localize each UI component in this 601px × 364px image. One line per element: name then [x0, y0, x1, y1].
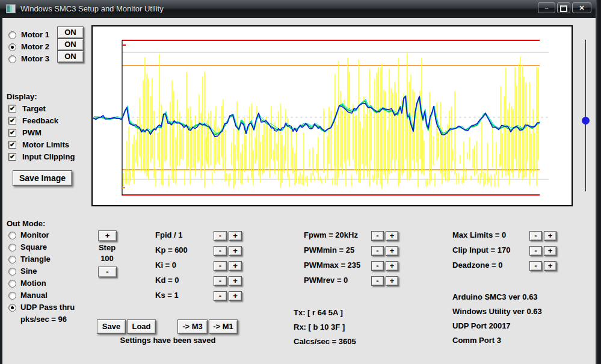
out-mode-monitor-label: Monitor — [20, 230, 49, 239]
pwmmax-plus-button[interactable]: + — [386, 261, 398, 271]
out-mode-triangle-radio[interactable] — [8, 256, 16, 264]
deadzone-plus-button[interactable]: + — [544, 261, 556, 271]
max-limits-minus-button[interactable]: - — [529, 231, 542, 241]
out-mode-monitor-radio[interactable] — [8, 232, 16, 239]
max-limits-plus-button[interactable]: + — [544, 231, 556, 241]
motor-3-radio[interactable] — [8, 55, 16, 63]
scope-chart — [93, 26, 572, 205]
pwm-checkbox[interactable] — [8, 129, 16, 137]
to-m1-button[interactable]: -> M1 — [209, 319, 238, 334]
pwmmax-minus-button[interactable]: - — [371, 261, 384, 271]
pwmrev-minus-button[interactable]: - — [371, 276, 384, 286]
deadzone-minus-button[interactable]: - — [529, 261, 542, 271]
kd-label: Kd = 0 — [155, 276, 179, 285]
ks-label: Ks = 1 — [155, 291, 179, 300]
maximize-button[interactable] — [557, 2, 570, 13]
motor-1-on-button[interactable]: ON — [57, 26, 84, 39]
maximize-icon — [560, 5, 567, 12]
scope-chart-panel — [91, 25, 573, 206]
motor-3-on-button[interactable]: ON — [57, 51, 84, 63]
motor-3-label: Motor 3 — [21, 54, 49, 63]
motor-1-radio[interactable] — [8, 31, 16, 39]
pks-per-sec-value: pks/sec = 96 — [20, 315, 67, 324]
position-slider-track[interactable] — [585, 40, 586, 191]
out-mode-square-radio[interactable] — [8, 244, 16, 251]
motor-limits-checkbox[interactable] — [8, 141, 16, 149]
fpwm-plus-button[interactable]: + — [386, 231, 398, 241]
kp-label: Kp = 600 — [155, 245, 188, 254]
display-heading: Display: — [7, 92, 37, 101]
clip-input-plus-button[interactable]: + — [544, 246, 556, 256]
ks-plus-button[interactable]: + — [229, 291, 242, 301]
position-slider-thumb[interactable] — [582, 117, 590, 125]
comm-port-text: Comm Port 3 — [452, 336, 501, 345]
motor-2-radio[interactable] — [8, 43, 16, 51]
ki-minus-button[interactable]: - — [214, 261, 227, 271]
fpwm-label: Fpwm = 20kHz — [304, 230, 358, 239]
pwmmin-plus-button[interactable]: + — [386, 246, 398, 256]
out-mode-udp-radio[interactable] — [8, 304, 16, 312]
pwmmin-minus-button[interactable]: - — [371, 246, 384, 256]
pwm-checkbox-label: PWM — [22, 128, 42, 137]
out-mode-sine-radio[interactable] — [8, 268, 16, 276]
to-m3-button[interactable]: -> M3 — [177, 319, 208, 334]
calcs-per-sec-value: Calcs/sec = 3605 — [294, 337, 356, 346]
feedback-checkbox[interactable] — [8, 117, 16, 125]
out-mode-motion-radio[interactable] — [8, 280, 16, 288]
kd-plus-button[interactable]: + — [229, 276, 242, 286]
out-mode-manual-label: Manual — [20, 291, 48, 300]
out-mode-heading: Out Mode: — [7, 219, 45, 228]
motor-2-on-button[interactable]: ON — [57, 39, 84, 51]
title-bar: Windows SMC3 Setup and Monitor Utility –… — [0, 0, 601, 18]
clip-input-label: Clip Input = 170 — [452, 245, 510, 254]
window-title: Windows SMC3 Setup and Monitor Utility — [20, 4, 164, 13]
max-limits-label: Max Limits = 0 — [452, 230, 506, 239]
clip-input-minus-button[interactable]: - — [529, 246, 542, 256]
input-clipping-checkbox-label: Input Clipping — [22, 152, 75, 161]
save-button[interactable]: Save — [97, 319, 126, 334]
fpid-label: Fpid / 1 — [155, 230, 183, 239]
kd-minus-button[interactable]: - — [214, 276, 227, 286]
out-mode-square-label: Square — [20, 242, 47, 251]
motor-1-label: Motor 1 — [21, 30, 49, 39]
app-window: Windows SMC3 Setup and Monitor Utility –… — [0, 0, 601, 364]
rx-value: Rx: [ b 10 3F ] — [294, 322, 345, 332]
pwmrev-plus-button[interactable]: + — [386, 276, 398, 286]
close-button[interactable]: ✕ — [572, 2, 591, 13]
utility-version-text: Windows Utility ver 0.63 — [452, 307, 542, 316]
step-value: 100 — [94, 254, 120, 263]
ks-minus-button[interactable]: - — [214, 291, 227, 301]
kp-minus-button[interactable]: - — [214, 246, 227, 256]
motor-limits-checkbox-label: Motor Limits — [22, 140, 69, 149]
target-checkbox[interactable] — [8, 105, 16, 113]
pwmrev-label: PWMrev = 0 — [304, 276, 348, 285]
step-plus-button[interactable]: + — [98, 230, 117, 241]
step-label: Step — [94, 243, 120, 252]
window-border-right — [596, 0, 601, 364]
fpwm-minus-button[interactable]: - — [371, 231, 384, 241]
kp-plus-button[interactable]: + — [229, 246, 242, 256]
app-icon — [6, 4, 16, 13]
fpid-plus-button[interactable]: + — [229, 231, 242, 241]
deadzone-label: Deadzone = 0 — [452, 261, 502, 270]
minimize-button[interactable]: – — [538, 2, 555, 13]
save-image-button[interactable]: Save Image — [13, 170, 72, 186]
tx-value: Tx: [ r 64 5A ] — [294, 308, 343, 317]
ki-label: Ki = 0 — [155, 261, 176, 270]
step-minus-button[interactable]: - — [98, 267, 117, 277]
pwmmin-label: PWMmin = 25 — [304, 245, 354, 254]
arduino-version-text: Arduino SMC3 ver 0.63 — [452, 292, 538, 301]
client-area: Motor 1 ON Motor 2 ON Motor 3 ON Display… — [2, 18, 596, 364]
load-button[interactable]: Load — [127, 319, 156, 334]
fpid-minus-button[interactable]: - — [214, 231, 227, 241]
out-mode-triangle-label: Triangle — [20, 254, 51, 264]
ki-plus-button[interactable]: + — [229, 261, 242, 271]
input-clipping-checkbox[interactable] — [8, 153, 16, 161]
out-mode-manual-radio[interactable] — [8, 292, 16, 300]
out-mode-udp-label: UDP Pass thru — [20, 303, 75, 312]
udp-port-text: UDP Port 20017 — [452, 321, 511, 330]
feedback-checkbox-label: Feedback — [22, 116, 58, 125]
settings-status-text: Settings have been saved — [93, 336, 243, 345]
target-checkbox-label: Target — [22, 104, 46, 113]
pwmmax-label: PWMmax = 235 — [304, 261, 360, 270]
